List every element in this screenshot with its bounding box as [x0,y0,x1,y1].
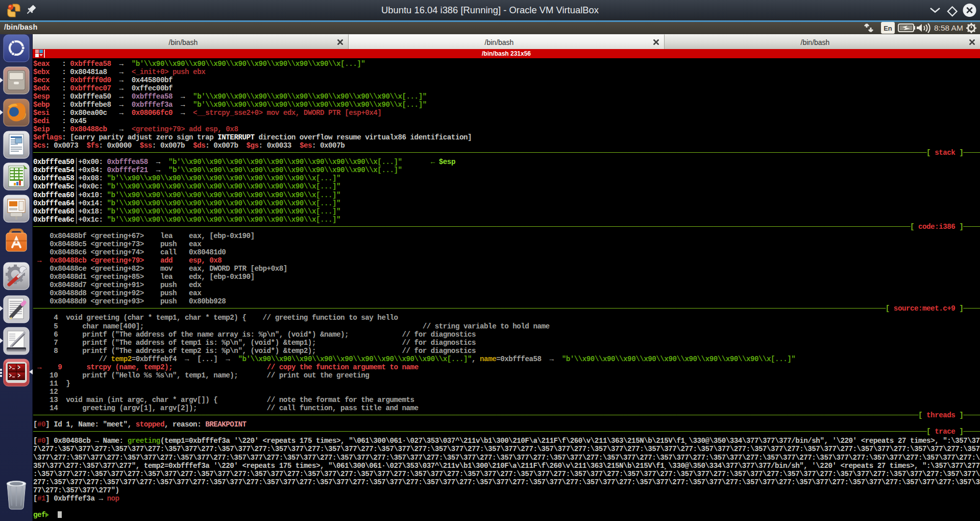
svg-text:En: En [884,25,892,32]
svg-text:8:58 AM: 8:58 AM [934,23,963,32]
